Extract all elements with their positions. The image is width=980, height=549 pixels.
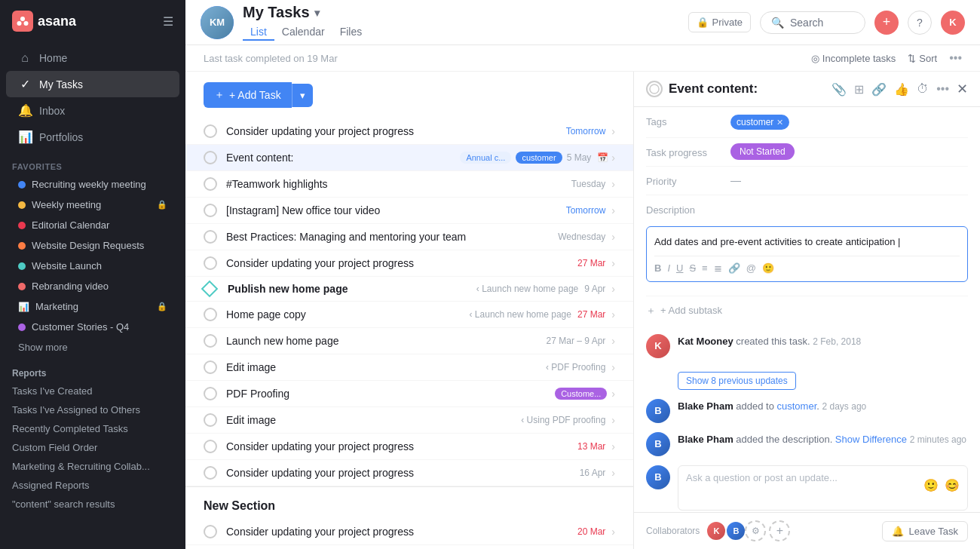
help-button[interactable]: ? [908,11,932,35]
show-previous-button[interactable]: Show 8 previous updates [678,372,796,390]
task-item-t9[interactable]: Launch new home page 27 Mar – 9 Apr › [185,328,633,354]
task-item-t2[interactable]: Event content: Annual c... customer 5 Ma… [185,145,633,171]
show-more-button[interactable]: Show more [6,337,179,357]
dependency-icon[interactable]: ⊞ [854,82,864,97]
add-task-button[interactable]: ＋ + Add Task [204,82,292,108]
task-check-t11[interactable] [204,387,217,400]
task-item-t13[interactable]: Consider updating your project progress … [185,434,633,460]
emoji-tool[interactable]: 🙂 [762,262,774,274]
task-check-t4[interactable] [204,204,217,217]
task-name-t4: [Instagram] New office tour video [226,204,566,216]
reports-item-tasks-created[interactable]: Tasks I've Created [0,382,185,400]
incomplete-tasks-button[interactable]: ◎ Incomplete tasks [811,53,896,64]
show-difference-link[interactable]: Show Difference [835,434,907,445]
user-avatar-top[interactable]: K [941,11,965,35]
reports-item-assigned-reports[interactable]: Assigned Reports [0,476,185,495]
tag-customer-pill[interactable]: customer ✕ [730,115,789,130]
attach-icon[interactable]: 📎 [831,82,847,97]
description-editor[interactable]: Add dates and pre-event activities to cr… [646,226,968,282]
smiley-icon[interactable]: 🙂 [923,478,939,492]
sidebar-menu-icon[interactable]: ☰ [163,14,173,29]
customer-link[interactable]: customer [777,400,817,412]
tab-list[interactable]: List [243,24,274,41]
search-box[interactable]: 🔍 Search [760,11,865,34]
task-check-t6[interactable] [204,256,217,270]
task-check-t10[interactable] [204,360,217,374]
underline-tool[interactable]: U [676,262,683,274]
asana-logo[interactable]: asana [12,11,76,32]
favorite-item-recruiting[interactable]: Recruiting weekly meeting [6,174,179,195]
clock-icon[interactable]: ⏱ [917,82,929,96]
task-item-t14[interactable]: Consider updating your project progress … [185,460,633,486]
task-check-t1[interactable] [204,124,217,138]
description-text[interactable]: Add dates and pre-event activities to cr… [654,235,960,250]
italic-tool[interactable]: I [667,262,670,274]
sidebar-item-inbox[interactable]: 🔔 Inbox [6,97,179,124]
task-check-t13[interactable] [204,440,217,453]
collaborator-add-button[interactable]: + [769,520,790,541]
link-tool[interactable]: 🔗 [728,262,740,274]
task-check-section[interactable] [204,525,217,538]
strikethrough-tool[interactable]: S [689,262,696,274]
private-badge[interactable]: 🔒 Private [688,12,751,32]
more-options-button[interactable]: ••• [949,51,962,65]
favorite-item-customer-stories[interactable]: Customer Stories - Q4 [6,317,179,337]
task-item-t8[interactable]: Home page copy ‹ Launch new home page 27… [185,302,633,328]
task-check-diamond-t7[interactable] [201,281,219,298]
reports-item-recently-completed[interactable]: Recently Completed Tasks [0,419,185,438]
favorite-item-marketing[interactable]: 📊 Marketing 🔒 [6,296,179,317]
tab-files[interactable]: Files [332,24,370,41]
task-item-t6[interactable]: Consider updating your project progress … [185,250,633,277]
favorite-item-editorial[interactable]: Editorial Calendar [6,215,179,235]
more-icon[interactable]: ••• [936,82,949,96]
reports-item-tasks-assigned[interactable]: Tasks I've Assigned to Others [0,400,185,419]
tag-remove-button[interactable]: ✕ [776,118,783,127]
task-name-t8: Home page copy [226,308,470,321]
task-item-t12[interactable]: Edit image ‹ Using PDF proofing › [185,407,633,434]
task-item-section-t1[interactable]: Consider updating your project progress … [185,519,633,545]
task-check-t12[interactable] [204,413,217,427]
sidebar-item-home[interactable]: ⌂ Home [6,45,179,71]
task-item-t3[interactable]: #Teamwork highlights Tuesday › [185,171,633,198]
mention-tool[interactable]: @ [746,262,756,274]
favorite-item-website-launch[interactable]: Website Launch [6,256,179,276]
sidebar-item-my-tasks[interactable]: ✓ My Tasks [6,71,179,97]
sidebar-item-portfolios[interactable]: 📊 Portfolios [6,124,179,150]
leave-task-button[interactable]: 🔔 Leave Task [882,521,968,541]
task-item-t10[interactable]: Edit image ‹ PDF Proofing › [185,354,633,381]
favorite-item-weekly[interactable]: Weekly meeting 🔒 [6,195,179,215]
favorite-item-website-design[interactable]: Website Design Requests [6,235,179,256]
status-not-started-pill[interactable]: Not Started [730,143,795,160]
happy-icon[interactable]: 😊 [945,478,960,492]
task-item-t11[interactable]: PDF Proofing Custome... › [185,381,633,407]
collaborator-gear[interactable]: ⚙ [745,520,766,541]
task-item-t5[interactable]: Best Practices: Managing and mentoring y… [185,224,633,250]
ordered-list-tool[interactable]: ≣ [714,262,722,274]
bold-tool[interactable]: B [654,262,661,274]
task-item-t4[interactable]: [Instagram] New office tour video Tomorr… [185,198,633,224]
task-item-t1[interactable]: Consider updating your project progress … [185,118,633,145]
sort-button[interactable]: ⇅ Sort [908,53,937,64]
task-item-t7[interactable]: Publish new home page ‹ Launch new home … [185,277,633,302]
task-check-t5[interactable] [204,230,217,244]
task-check-t9[interactable] [204,334,217,348]
reports-item-custom-field[interactable]: Custom Field Order [0,438,185,457]
detail-check-icon[interactable] [646,81,663,97]
task-check-t14[interactable] [204,466,217,480]
page-title-caret[interactable]: ▾ [314,7,320,19]
reports-item-content-search[interactable]: "content" search results [0,495,185,514]
unordered-list-tool[interactable]: ≡ [702,262,708,274]
link-icon[interactable]: 🔗 [871,82,887,97]
tab-calendar[interactable]: Calendar [274,24,332,41]
comment-input[interactable]: Ask a question or post an update... 🙂 😊 [678,465,968,511]
close-icon[interactable]: ✕ [957,81,968,97]
add-button[interactable]: + [874,11,899,35]
add-subtask-button[interactable]: ＋ + Add subtask [646,296,968,325]
reports-item-marketing-recruiting[interactable]: Marketing & Recruiting Collab... [0,457,185,476]
task-check-t8[interactable] [204,308,217,321]
task-check-t3[interactable] [204,177,217,191]
task-check-t2[interactable] [204,151,217,164]
add-task-dropdown[interactable]: ▾ [292,84,313,107]
like-icon[interactable]: 👍 [894,82,909,97]
favorite-item-rebranding[interactable]: Rebranding video [6,276,179,296]
